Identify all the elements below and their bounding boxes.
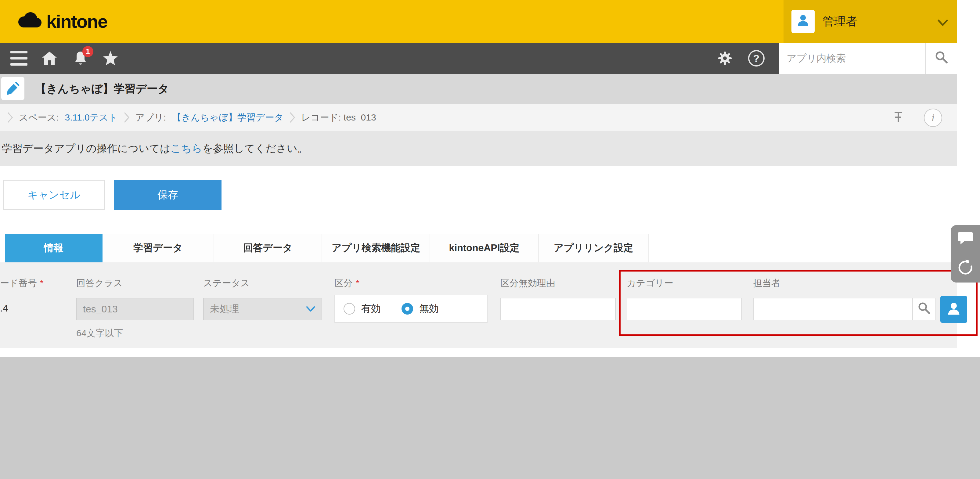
user-menu[interactable]: 管理者 — [784, 0, 957, 43]
tab-answer-data[interactable]: 回答データ — [214, 234, 322, 263]
home-icon[interactable] — [41, 51, 57, 65]
answer-class-field — [76, 298, 194, 320]
radio-option-valid[interactable]: 有効 — [344, 302, 381, 315]
assignee-search-button[interactable] — [912, 298, 935, 320]
radio-option-invalid[interactable]: 無効 — [401, 302, 439, 315]
side-toolbar — [951, 225, 980, 283]
page-background — [0, 357, 980, 479]
category-label: カテゴリー — [627, 277, 673, 290]
status-label: ステータス — [203, 277, 250, 290]
comment-bubble-icon — [958, 231, 973, 248]
notification-badge: 1 — [83, 46, 93, 57]
cancel-button[interactable]: キャンセル — [3, 180, 105, 210]
tab-bar: 情報 学習データ 回答データ アプリ検索機能設定 kintoneAPI設定 アプ… — [5, 234, 649, 263]
info-icon[interactable]: i — [924, 108, 942, 127]
search-icon — [935, 50, 948, 66]
chevron-right-icon — [290, 112, 295, 123]
notice-banner: 学習データアプリの操作についてはこちらを参照してください。 — [0, 131, 957, 166]
kubun-label: 区分* — [334, 277, 360, 290]
breadcrumb: スペース: 3.11.0テスト アプリ: 【きんちゃぼ】学習データ レコード: … — [0, 104, 957, 131]
app-pen-icon — [1, 77, 24, 100]
search-icon — [918, 301, 930, 317]
required-mark: * — [40, 278, 44, 288]
hamburger-icon[interactable] — [10, 51, 28, 65]
help-icon[interactable]: ? — [748, 50, 765, 67]
record-number-value: .4 — [0, 302, 8, 314]
spacer — [0, 348, 980, 357]
app-title-bar: 【きんちゃぼ】学習データ — [0, 74, 957, 104]
page: kintone 管理者 1 — [0, 0, 980, 479]
chevron-down-icon — [937, 18, 948, 29]
pin-icon[interactable] — [892, 110, 904, 126]
kintone-header: kintone 管理者 — [0, 0, 957, 43]
breadcrumb-space-link[interactable]: 3.11.0テスト — [65, 111, 118, 124]
answer-class-label: 回答クラス — [76, 277, 123, 290]
record-edit-section: キャンセル 保存 情報 学習データ 回答データ アプリ検索機能設定 kinton… — [0, 166, 957, 263]
gear-icon[interactable] — [718, 51, 732, 65]
bell-icon[interactable]: 1 — [73, 50, 88, 66]
user-icon — [946, 301, 962, 318]
radio-unchecked-icon — [344, 303, 355, 315]
chevron-down-icon — [306, 306, 315, 312]
breadcrumb-space-label: スペース: — [19, 111, 59, 124]
tab-learning-data[interactable]: 学習データ — [102, 234, 214, 263]
notice-text-after: を参照してください。 — [202, 142, 308, 156]
assignee-field[interactable] — [754, 298, 912, 320]
comments-toggle-button[interactable] — [951, 225, 980, 254]
user-name: 管理者 — [822, 14, 858, 29]
app-search-input[interactable] — [779, 43, 925, 74]
tab-info[interactable]: 情報 — [5, 234, 102, 263]
flag-reason-field[interactable] — [500, 298, 616, 320]
tab-app-link-settings[interactable]: アプリリンク設定 — [539, 234, 649, 263]
record-number-label: ード番号* — [0, 277, 43, 290]
global-toolbar: 1 ? — [0, 43, 957, 74]
tab-app-search-settings[interactable]: アプリ検索機能設定 — [322, 234, 430, 263]
history-toggle-button[interactable] — [951, 254, 980, 283]
brand-wordmark: kintone — [46, 11, 107, 32]
assignee-label: 担当者 — [753, 277, 780, 290]
category-field[interactable] — [627, 298, 742, 320]
kintone-logo[interactable]: kintone — [16, 0, 107, 43]
status-select: 未処理 — [203, 298, 322, 320]
breadcrumb-app-link[interactable]: 【きんちゃぼ】学習データ — [172, 111, 283, 124]
notice-link[interactable]: こちら — [170, 142, 202, 156]
required-mark: * — [356, 278, 360, 288]
chevron-right-icon — [124, 112, 129, 123]
chevron-right-icon — [7, 112, 13, 123]
avatar — [791, 10, 815, 33]
save-button[interactable]: 保存 — [114, 180, 221, 210]
app-title: 【きんちゃぼ】学習データ — [35, 74, 169, 104]
radio-checked-icon — [401, 303, 413, 315]
user-icon — [796, 13, 810, 30]
history-icon — [957, 258, 974, 278]
answer-class-hint: 64文字以下 — [76, 327, 123, 340]
assignee-field-group — [753, 298, 935, 320]
assignee-user-picker-button[interactable] — [940, 296, 967, 323]
star-icon[interactable] — [102, 51, 118, 66]
tab-kintone-api-settings[interactable]: kintoneAPI設定 — [430, 234, 539, 263]
status-value: 未処理 — [210, 302, 239, 316]
kubun-radio-group: 有効 無効 — [334, 295, 488, 323]
breadcrumb-record: レコード: tes_013 — [301, 111, 376, 124]
notice-text-before: 学習データアプリの操作については — [2, 142, 170, 156]
breadcrumb-app-label: アプリ: — [135, 111, 166, 124]
record-form: ード番号* .4 回答クラス 64文字以下 ステータス 未処理 区分* 有効 無… — [0, 263, 957, 348]
cloud-icon — [16, 11, 43, 31]
flag-reason-label: 区分無効理由 — [500, 277, 555, 290]
search-button[interactable] — [925, 43, 957, 74]
